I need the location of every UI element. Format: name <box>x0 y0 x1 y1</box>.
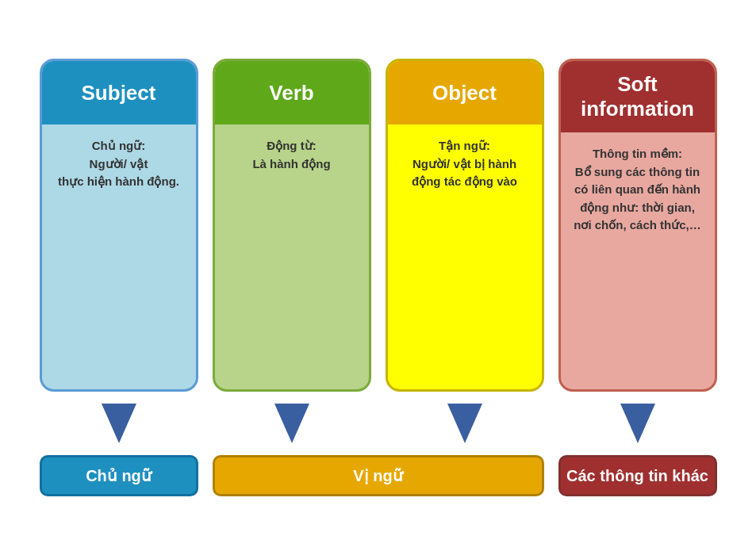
vi-ngu-label: Vị ngữ <box>353 466 402 485</box>
object-body: Tận ngữ:Người/ vật bị hành động tác động… <box>388 124 542 389</box>
subject-body: Chủ ngữ:Người/ vậtthực hiện hành động. <box>42 124 196 389</box>
arrow-down-icon <box>102 404 136 443</box>
cac-thong-tin-box: Các thông tin khác <box>558 455 717 496</box>
cards-row: Subject Chủ ngữ:Người/ vậtthực hiện hành… <box>21 59 735 392</box>
cac-thong-tin-label: Các thông tin khác <box>566 467 708 485</box>
arrow-object <box>386 400 544 447</box>
arrow-down-icon <box>274 404 309 443</box>
verb-header: Verb <box>215 61 369 124</box>
soft-info-card: Softinformation Thông tin mềm:Bổ sung cá… <box>558 59 717 392</box>
object-card: Object Tận ngữ:Người/ vật bị hành động t… <box>386 59 544 392</box>
verb-body: Động từ:Là hành động <box>215 124 369 389</box>
arrow-down-icon <box>447 404 482 443</box>
verb-title: Verb <box>269 81 313 105</box>
subject-title: Subject <box>82 81 156 105</box>
verb-card: Verb Động từ:Là hành động <box>213 59 371 392</box>
subject-text: Chủ ngữ:Người/ vậtthực hiện hành động. <box>58 137 179 191</box>
chu-ngu-box: Chủ ngữ <box>40 455 198 496</box>
arrow-subject <box>40 400 198 447</box>
subject-header: Subject <box>42 61 196 124</box>
arrow-down-icon <box>620 404 655 443</box>
soft-body: Thông tin mềm:Bổ sung các thông tin có l… <box>561 132 715 389</box>
vi-ngu-box: Vị ngữ <box>213 455 544 496</box>
chu-ngu-label: Chủ ngữ <box>86 466 152 485</box>
subject-card: Subject Chủ ngữ:Người/ vậtthực hiện hành… <box>40 59 198 392</box>
bottom-row: Chủ ngữ Vị ngữ Các thông tin khác <box>21 455 735 496</box>
verb-text: Động từ:Là hành động <box>252 137 330 173</box>
object-text: Tận ngữ:Người/ vật bị hành động tác động… <box>399 137 531 191</box>
soft-header: Softinformation <box>561 61 715 132</box>
arrow-soft <box>558 400 717 447</box>
soft-title: Softinformation <box>581 72 694 121</box>
main-diagram: Subject Chủ ngữ:Người/ vậtthực hiện hành… <box>13 43 743 512</box>
soft-text: Thông tin mềm:Bổ sung các thông tin có l… <box>572 145 704 235</box>
arrows-row <box>21 400 735 447</box>
object-header: Object <box>388 61 542 124</box>
object-title: Object <box>432 81 497 105</box>
arrow-verb <box>213 400 371 447</box>
